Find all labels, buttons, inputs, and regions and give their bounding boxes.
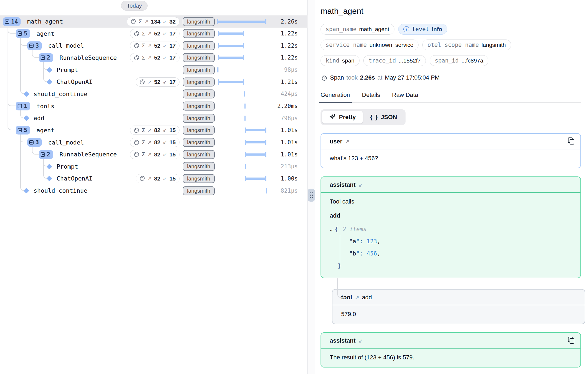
duration-label: 1.00s (281, 175, 298, 182)
collapse-badge[interactable]: 2 (39, 53, 53, 62)
sigma-icon: Σ (142, 31, 145, 37)
collapse-minus-icon (18, 128, 22, 132)
duration-bar (217, 172, 266, 185)
copy-button[interactable] (568, 137, 575, 145)
collapse-badge[interactable]: 5 (16, 29, 30, 38)
panel-divider (308, 0, 315, 374)
braces-icon: { } (370, 114, 378, 121)
level-info-pill[interactable]: i level Info (398, 24, 447, 35)
sigma-icon: Σ (139, 18, 142, 25)
trace-row-call_model[interactable]: 3call_modelΣ↗82↙15langsmith1.01s (0, 136, 308, 149)
sigma-icon: Σ (142, 151, 145, 158)
span-name-pill: span_name math_agent (321, 24, 394, 35)
output-arrow-icon: ↙ (163, 176, 167, 182)
arrow-down-left-icon: ↙ (358, 182, 363, 188)
trace-row-agent[interactable]: 5agentΣ↗82↙15langsmith1.01s (0, 124, 308, 136)
langsmith-chip: langsmith (183, 150, 215, 159)
assistant-toolcall-body: Tool calls add ⌄ { 2 items "a": 123 , (321, 193, 580, 278)
collapse-badge[interactable]: 5 (16, 126, 30, 134)
collapse-badge[interactable]: 2 (39, 150, 53, 159)
tokens-coin-icon (130, 19, 136, 24)
tab-details[interactable]: Details (362, 91, 380, 102)
duration-label: 1.22s (281, 42, 298, 49)
json-toggle-button[interactable]: { } JSON (363, 111, 404, 124)
trace-row-call_model[interactable]: 3call_modelΣ↗52↙17langsmith1.22s (0, 40, 308, 52)
trace-row-Prompt[interactable]: Promptlangsmith98µs (0, 64, 308, 76)
output-arrow-icon: ↙ (163, 19, 167, 25)
duration-bar (217, 112, 266, 124)
duration-label: 213µs (281, 163, 298, 170)
duration-label: 424µs (281, 91, 298, 97)
panel-resize-handle[interactable] (308, 189, 315, 202)
collapse-minus-icon (41, 55, 45, 60)
duration-label: 1.01s (281, 151, 298, 158)
message-card-assistant-final: assistant ↙ The result of (123 + 456) is… (321, 332, 581, 368)
otel-scope-pill: otel_scope_name langsmith (422, 40, 511, 50)
date-group-pill: Today (121, 1, 148, 11)
tokens-coin-icon (134, 55, 139, 61)
collapse-chevron-icon[interactable]: ⌄ (329, 226, 333, 232)
tokens-coin-icon (139, 176, 145, 181)
meta-row-3: kind span trace_id ...1552f7 span_id ...… (321, 55, 581, 66)
output-arrow-icon: ↙ (163, 31, 167, 37)
pretty-toggle-button[interactable]: Pretty (322, 111, 363, 124)
span-title: math_agent (321, 6, 581, 16)
json-items-count: 2 items (343, 226, 367, 232)
duration-label: 1.01s (281, 139, 298, 146)
tokens-coin-icon (134, 43, 139, 48)
duration-bar (217, 88, 266, 100)
trace-row-Prompt[interactable]: Promptlangsmith213µs (0, 160, 308, 173)
message-card-assistant-toolcall: assistant ↙ Tool calls add ⌄ { 2 items "… (321, 176, 581, 278)
info-icon: i (403, 26, 409, 32)
trace-row-add[interactable]: addlangsmith798µs (0, 112, 308, 124)
duration-label: 821µs (281, 188, 298, 194)
stopwatch-icon (321, 74, 328, 81)
trace-row-RunnableSequence[interactable]: 2RunnableSequenceΣ↗82↙15langsmith1.01s (0, 148, 308, 160)
span-label: Prompt (57, 163, 78, 170)
langsmith-chip: langsmith (183, 186, 215, 195)
copy-button[interactable] (568, 337, 575, 344)
tool-name: add (362, 294, 372, 301)
langsmith-chip: langsmith (183, 53, 215, 62)
span-label: call_model (48, 139, 84, 146)
tab-raw-data[interactable]: Raw Data (392, 91, 418, 102)
leaf-diamond-icon (24, 188, 29, 193)
token-count-pill: Σ↗52↙17 (130, 41, 179, 50)
trace-row-ChatOpenAI[interactable]: ChatOpenAI↗52↙17langsmith1.21s (0, 76, 308, 88)
langsmith-chip: langsmith (183, 114, 215, 123)
trace-row-math_agent[interactable]: 14math_agentΣ↗134↙32langsmith2.26s (0, 15, 308, 28)
trace-row-RunnableSequence[interactable]: 2RunnableSequenceΣ↗52↙17langsmith1.22s (0, 52, 308, 64)
trace-row-agent[interactable]: 5agentΣ↗52↙17langsmith1.22s (0, 28, 308, 40)
input-arrow-icon: ↗ (148, 127, 152, 133)
span-label: RunnableSequence (60, 151, 117, 158)
span-label: should_continue (34, 187, 87, 194)
duration-label: 2.20ms (277, 103, 298, 109)
input-arrow-icon: ↗ (148, 152, 152, 158)
duration-label: 798µs (281, 115, 298, 122)
tokens-coin-icon (134, 152, 139, 157)
collapse-minus-icon (29, 44, 34, 48)
trace-row-should_continue[interactable]: should_continuelangsmith821µs (0, 185, 308, 197)
output-arrow-icon: ↙ (163, 127, 167, 133)
trace-row-ChatOpenAI[interactable]: ChatOpenAI↗82↙15langsmith1.00s (0, 172, 308, 185)
json-entry: "a": 123 , (330, 235, 574, 247)
tab-generation[interactable]: Generation (321, 91, 350, 102)
collapse-badge[interactable]: 3 (27, 138, 42, 147)
trace-row-should_continue[interactable]: should_continuelangsmith424µs (0, 88, 308, 100)
input-arrow-icon: ↗ (148, 43, 152, 49)
collapse-minus-icon (18, 31, 22, 36)
collapse-badge[interactable]: 3 (27, 41, 42, 50)
langsmith-chip: langsmith (183, 41, 215, 50)
token-count-pill: ↗52↙17 (136, 77, 179, 87)
assistant-card-header: assistant ↙ (321, 333, 580, 349)
duration-bar (217, 136, 266, 149)
collapse-badge[interactable]: 14 (3, 17, 21, 26)
duration-bar (217, 100, 266, 112)
collapse-badge[interactable]: 1 (16, 102, 30, 110)
langsmith-chip: langsmith (183, 29, 215, 38)
trace-row-tools[interactable]: 1toolslangsmith2.20ms (0, 100, 308, 112)
leaf-diamond-icon (47, 67, 52, 73)
duration-bar (217, 28, 266, 40)
duration-bar (217, 15, 266, 28)
kind-pill: kind span (321, 55, 360, 66)
